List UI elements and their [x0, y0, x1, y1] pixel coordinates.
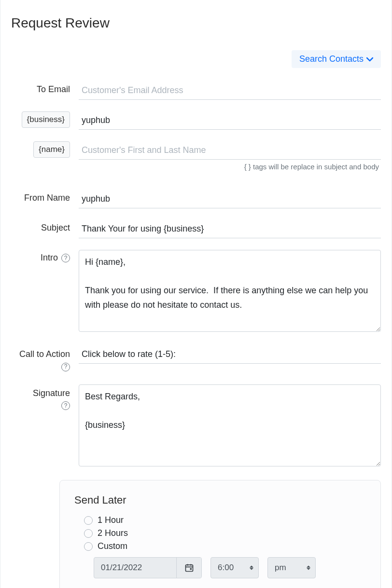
date-value: 01/21/2022: [94, 558, 176, 578]
radio-icon: [84, 529, 93, 538]
svg-rect-0: [185, 565, 193, 571]
radio-label: 1 Hour: [98, 515, 124, 525]
sort-caret-icon: [307, 566, 310, 570]
from-name-label: From Name: [11, 190, 79, 203]
business-tag-badge[interactable]: {business}: [22, 111, 70, 128]
page-title: Request Review: [11, 0, 381, 50]
help-icon[interactable]: ?: [61, 363, 70, 371]
help-icon[interactable]: ?: [61, 401, 70, 410]
name-tag-badge[interactable]: {name}: [33, 141, 70, 158]
ampm-value: pm: [275, 563, 286, 573]
call-to-action-input[interactable]: [79, 345, 381, 364]
signature-label: Signature ?: [11, 384, 79, 411]
radio-icon: [84, 516, 93, 525]
time-value: 6:00: [218, 563, 234, 573]
call-to-action-label: Call to Action ?: [11, 345, 79, 372]
signature-textarea[interactable]: [79, 384, 381, 466]
search-contacts-button[interactable]: Search Contacts: [292, 50, 381, 68]
intro-label: Intro ?: [11, 250, 79, 263]
send-later-title: Send Later: [74, 494, 366, 506]
search-contacts-label: Search Contacts: [299, 54, 364, 64]
to-email-input[interactable]: [79, 82, 381, 100]
help-icon[interactable]: ?: [61, 254, 70, 262]
svg-rect-4: [190, 568, 191, 570]
date-picker[interactable]: 01/21/2022: [94, 557, 202, 578]
radio-custom[interactable]: Custom: [74, 541, 366, 551]
chevron-down-icon: [366, 54, 373, 64]
from-name-input[interactable]: [79, 190, 381, 208]
radio-icon: [84, 542, 93, 551]
subject-input[interactable]: [79, 220, 381, 238]
time-select[interactable]: 6:00: [210, 557, 259, 578]
send-later-card: Send Later 1 Hour 2 Hours Custom 01/21/2…: [59, 480, 381, 588]
subject-label: Subject: [11, 220, 79, 233]
name-input[interactable]: [79, 141, 381, 160]
ampm-select[interactable]: pm: [267, 557, 316, 578]
radio-label: 2 Hours: [98, 528, 128, 538]
radio-1-hour[interactable]: 1 Hour: [74, 515, 366, 525]
radio-label: Custom: [98, 541, 127, 551]
intro-textarea[interactable]: [79, 250, 381, 332]
tags-help-note: { } tags will be replace in subject and …: [11, 163, 381, 171]
sort-caret-icon: [250, 566, 253, 570]
calendar-icon[interactable]: [176, 558, 201, 578]
radio-2-hours[interactable]: 2 Hours: [74, 528, 366, 538]
business-input[interactable]: [79, 111, 381, 130]
to-email-label: To Email: [11, 82, 79, 95]
